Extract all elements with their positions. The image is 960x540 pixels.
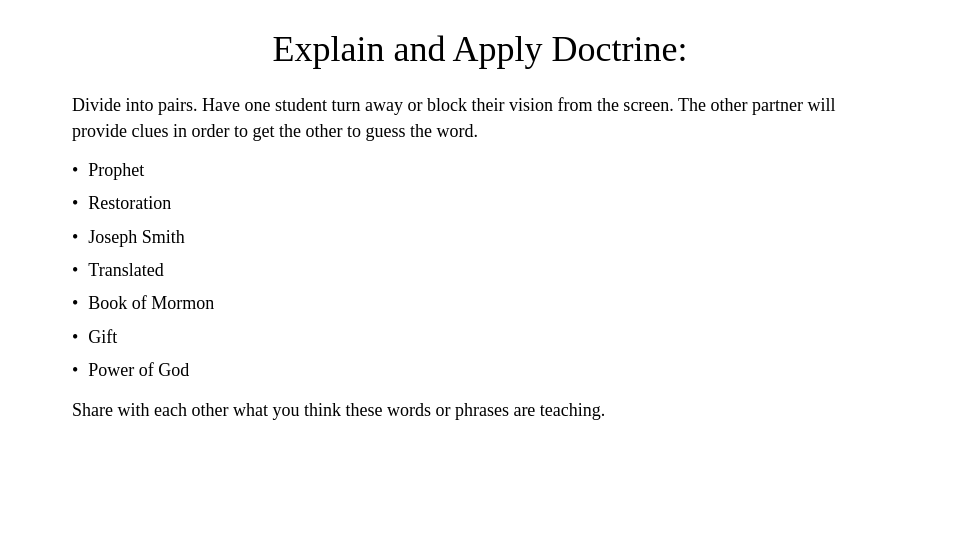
- page-title: Explain and Apply Doctrine:: [72, 28, 888, 70]
- bullet-dot-icon: •: [72, 221, 78, 254]
- list-item-text: Book of Mormon: [88, 287, 214, 320]
- bullet-dot-icon: •: [72, 254, 78, 287]
- list-item-text: Power of God: [88, 354, 189, 387]
- list-item: •Restoration: [72, 187, 888, 220]
- list-item: •Book of Mormon: [72, 287, 888, 320]
- list-item-text: Gift: [88, 321, 117, 354]
- list-item-text: Joseph Smith: [88, 221, 185, 254]
- list-item: •Translated: [72, 254, 888, 287]
- bullet-list: •Prophet•Restoration•Joseph Smith•Transl…: [72, 154, 888, 387]
- list-item-text: Restoration: [88, 187, 171, 220]
- page-container: Explain and Apply Doctrine: Divide into …: [0, 0, 960, 540]
- list-item: •Power of God: [72, 354, 888, 387]
- bullet-dot-icon: •: [72, 154, 78, 187]
- intro-text: Divide into pairs. Have one student turn…: [72, 92, 888, 144]
- list-item-text: Prophet: [88, 154, 144, 187]
- bullet-dot-icon: •: [72, 321, 78, 354]
- list-item: •Joseph Smith: [72, 221, 888, 254]
- bullet-dot-icon: •: [72, 354, 78, 387]
- closing-text: Share with each other what you think the…: [72, 397, 888, 423]
- bullet-dot-icon: •: [72, 187, 78, 220]
- bullet-dot-icon: •: [72, 287, 78, 320]
- list-item: •Prophet: [72, 154, 888, 187]
- list-item-text: Translated: [88, 254, 163, 287]
- list-item: •Gift: [72, 321, 888, 354]
